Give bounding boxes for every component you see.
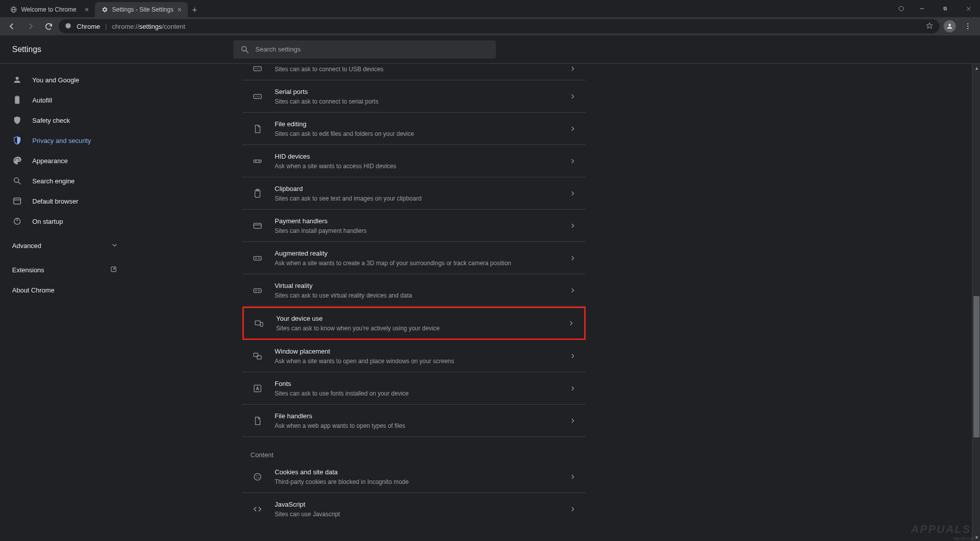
chevron-right-icon — [569, 319, 574, 328]
palette-icon — [12, 156, 22, 165]
site-info-icon[interactable] — [65, 22, 72, 31]
chevron-right-icon — [571, 472, 576, 481]
chevron-right-icon — [571, 124, 576, 133]
setting-row-fonts[interactable]: FontsSites can ask to use fonts installe… — [242, 372, 586, 405]
page-title: Settings — [12, 45, 41, 54]
setting-row-virtual-reality[interactable]: Virtual realitySites can ask to use virt… — [242, 274, 586, 307]
sidebar-item-label: Search engine — [32, 177, 75, 185]
chevron-down-icon — [112, 242, 117, 250]
forward-button[interactable] — [22, 18, 38, 34]
sidebar-item-safety-check[interactable]: Safety check — [0, 110, 129, 130]
window-controls — [892, 0, 980, 17]
hid-icon — [250, 156, 265, 166]
setting-row-file-editing[interactable]: File editingSites can ask to edit files … — [242, 113, 586, 145]
profile-avatar[interactable] — [942, 18, 958, 34]
setting-row-serial-ports[interactable]: Serial portsSites can ask to connect to … — [242, 80, 586, 113]
tab-label: Welcome to Chrome — [21, 6, 81, 13]
minimize-button[interactable] — [910, 0, 934, 17]
sidebar-about[interactable]: About Chrome — [0, 280, 129, 300]
sidebar-advanced-toggle[interactable]: Advanced — [0, 235, 129, 256]
maximize-button[interactable] — [934, 0, 957, 17]
setting-row-clipboard[interactable]: ClipboardSites can ask to see text and i… — [242, 177, 586, 210]
file-icon — [250, 416, 265, 426]
close-icon[interactable]: × — [177, 6, 181, 14]
scroll-thumb[interactable] — [973, 296, 979, 437]
gear-icon — [101, 6, 108, 13]
setting-row-augmented-reality[interactable]: Augmented realityAsk when a site wants t… — [242, 242, 586, 274]
chrome-menu-button[interactable] — [960, 18, 976, 34]
power-icon — [12, 217, 22, 226]
back-button[interactable] — [4, 18, 20, 34]
person-icon — [12, 75, 22, 84]
sidebar-item-privacy[interactable]: Privacy and security — [0, 130, 129, 151]
close-window-button[interactable] — [957, 0, 980, 17]
sidebar-item-label: On startup — [32, 218, 63, 225]
search-icon — [240, 45, 249, 54]
vr-icon — [250, 285, 265, 296]
chevron-right-icon — [571, 286, 576, 295]
chevron-right-icon — [571, 221, 576, 230]
browser-toolbar: Chrome | chrome://settings/content — [0, 17, 980, 35]
window-icon — [12, 196, 22, 206]
chevron-right-icon — [571, 352, 576, 361]
address-bar[interactable]: Chrome | chrome://settings/content — [59, 19, 940, 33]
settings-header: Settings — [0, 35, 980, 64]
serial-icon — [250, 91, 265, 102]
sidebar-item-autofill[interactable]: Autofill — [0, 90, 129, 110]
tab-welcome[interactable]: Welcome to Chrome × — [4, 2, 95, 17]
sidebar-extensions[interactable]: Extensions — [0, 260, 129, 280]
url-text: chrome://settings/content — [112, 23, 185, 30]
placement-icon — [250, 351, 265, 361]
sidebar-item-label: Appearance — [32, 157, 68, 165]
chevron-right-icon — [571, 92, 576, 101]
account-indicator-icon[interactable] — [892, 6, 910, 11]
sidebar-item-label: Autofill — [32, 96, 52, 104]
scroll-down-button[interactable]: ▾ — [972, 533, 980, 541]
content-area: Sites can ask to connect to USB devices … — [129, 64, 980, 541]
setting-row-usb[interactable]: Sites can ask to connect to USB devices — [242, 64, 586, 80]
url-chip: Chrome — [77, 23, 100, 30]
usb-icon — [250, 64, 265, 74]
reload-button[interactable] — [40, 18, 57, 34]
sidebar-item-default-browser[interactable]: Default browser — [0, 191, 129, 211]
scroll-up-button[interactable]: ▴ — [972, 64, 980, 72]
shield-icon — [12, 116, 22, 125]
clipboard-icon — [250, 188, 265, 199]
chevron-right-icon — [571, 189, 576, 198]
setting-row-file-handlers[interactable]: File handlersAsk when a web app wants to… — [242, 405, 586, 437]
setting-row-payment-handlers[interactable]: Payment handlersSites can install paymen… — [242, 210, 586, 242]
devices-icon — [252, 318, 266, 328]
section-label-content: Content — [242, 437, 586, 461]
shield-half-icon — [12, 136, 22, 145]
new-tab-button[interactable]: + — [188, 3, 202, 17]
file-icon — [250, 124, 265, 134]
setting-row-javascript[interactable]: JavaScriptSites can use Javascript — [242, 493, 586, 525]
sidebar-item-search-engine[interactable]: Search engine — [0, 171, 129, 191]
vertical-scrollbar[interactable]: ▴ ▾ — [972, 64, 980, 541]
search-input[interactable] — [255, 45, 489, 53]
tab-settings[interactable]: Settings - Site Settings × — [95, 2, 188, 17]
font-icon — [250, 383, 265, 394]
chevron-right-icon — [571, 64, 576, 73]
setting-row-hid-devices[interactable]: HID devicesAsk when a site wants to acce… — [242, 145, 586, 177]
setting-row-your-device-use[interactable]: Your device useSites can ask to know whe… — [242, 307, 586, 340]
code-icon — [250, 504, 265, 514]
vr-icon — [250, 253, 265, 263]
cookie-icon — [250, 472, 265, 482]
sidebar-item-appearance[interactable]: Appearance — [0, 151, 129, 171]
setting-row-cookies[interactable]: Cookies and site dataThird-party cookies… — [242, 461, 586, 493]
bookmark-star-icon[interactable] — [925, 22, 934, 31]
sidebar-item-on-startup[interactable]: On startup — [0, 211, 129, 231]
chevron-right-icon — [571, 416, 576, 425]
external-link-icon — [110, 266, 117, 274]
sidebar-item-label: Default browser — [32, 198, 78, 205]
search-settings[interactable] — [233, 40, 496, 59]
close-icon[interactable]: × — [85, 6, 89, 14]
settings-sidebar: You and Google Autofill Safety check Pri… — [0, 64, 129, 541]
sidebar-item-label: Privacy and security — [32, 137, 91, 144]
titlebar: Welcome to Chrome × Settings - Site Sett… — [0, 0, 980, 17]
chevron-right-icon — [571, 254, 576, 263]
clipboard-icon — [12, 95, 22, 105]
setting-row-window-placement[interactable]: Window placementAsk when a site wants to… — [242, 340, 586, 372]
sidebar-item-you-and-google[interactable]: You and Google — [0, 70, 129, 90]
